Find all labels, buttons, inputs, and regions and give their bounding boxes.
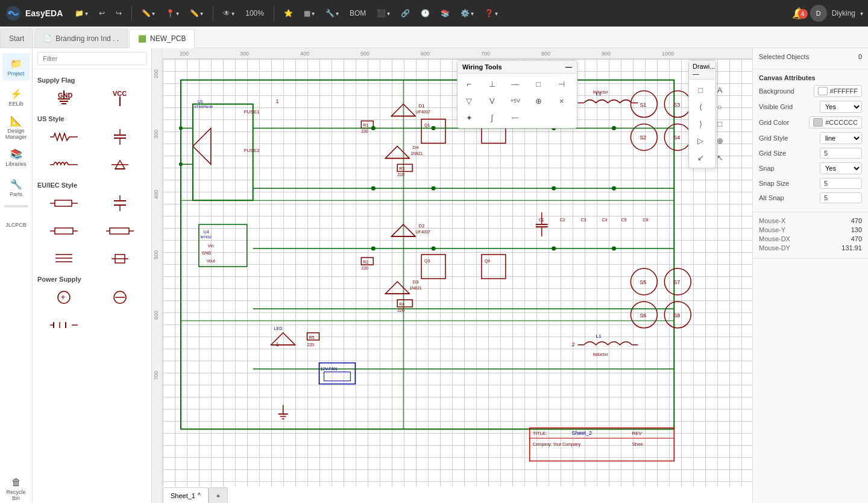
- ac-source-component[interactable]: [37, 313, 90, 337]
- zener-us[interactable]: [94, 153, 147, 177]
- tools-menu-btn[interactable]: 🔧 ▾: [322, 7, 342, 20]
- user-dropdown-arrow[interactable]: ▾: [860, 10, 863, 17]
- nav-item-libraries[interactable]: 📚 Libraries: [2, 144, 30, 171]
- inductor-eu[interactable]: [94, 219, 147, 243]
- sheet-tab-1[interactable]: Sheet_1 ^: [163, 487, 209, 503]
- nav-item-parts[interactable]: 🔧 Parts: [2, 174, 30, 201]
- dt-pin-btn[interactable]: ↖: [711, 150, 729, 165]
- bom-btn[interactable]: BOM: [346, 7, 370, 20]
- undo-btn[interactable]: ↩: [95, 7, 108, 20]
- canvas-area[interactable]: 200 300 400 500 600 700 800 900 1000 200…: [152, 48, 752, 503]
- grid-size-value[interactable]: 5: [820, 148, 862, 159]
- view-menu-btn[interactable]: 👁 ▾: [219, 7, 238, 20]
- gnd-component[interactable]: GND: [37, 86, 90, 110]
- diode-eu[interactable]: [94, 247, 147, 271]
- nav-item-project[interactable]: 📁 Project: [2, 53, 30, 81]
- visible-grid-select[interactable]: Yes No: [820, 101, 862, 113]
- background-value[interactable]: #FFFFFF: [814, 85, 862, 97]
- wt-delete-btn[interactable]: ×: [553, 93, 571, 109]
- dt-circle-btn[interactable]: ○: [711, 99, 729, 115]
- wt-netlabel-btn[interactable]: □: [529, 76, 547, 92]
- wiring-tools-header[interactable]: Wiring Tools —: [458, 61, 577, 74]
- dt-arrow-btn[interactable]: ▷: [691, 133, 709, 148]
- share-btn[interactable]: 🔗: [397, 7, 414, 20]
- sheet-tab-add[interactable]: +: [209, 487, 228, 503]
- recycle-icon: 🗑: [11, 477, 21, 488]
- zoom-menu-btn[interactable]: 100%: [242, 7, 268, 20]
- nav-item-eelib[interactable]: ⚡ EELib: [2, 83, 30, 111]
- wt-gnd-btn[interactable]: V: [483, 93, 501, 109]
- snap-select[interactable]: Yes No: [820, 162, 862, 174]
- wt-port-btn[interactable]: ⟝: [506, 110, 524, 125]
- wiring-tools-minimize[interactable]: —: [565, 63, 572, 71]
- grid-style-select[interactable]: line dot: [820, 132, 862, 144]
- file-menu-btn[interactable]: 📁 ▾: [71, 7, 92, 20]
- nav-item-recycle[interactable]: 🗑 Recycle Bin: [2, 475, 30, 503]
- dt-rect-btn[interactable]: □: [691, 82, 709, 98]
- place-menu-btn[interactable]: 📍 ▾: [162, 7, 183, 20]
- help-menu-btn[interactable]: ❓ ▾: [481, 7, 502, 20]
- wt-noconn-btn[interactable]: ∫: [483, 110, 501, 125]
- capacitor-eu[interactable]: [94, 191, 147, 215]
- svg-text:TITLE:: TITLE:: [533, 431, 547, 436]
- dt-image-btn[interactable]: □: [711, 116, 729, 131]
- wt-bus-btn[interactable]: ⊥: [483, 76, 501, 92]
- wt-vcc-btn[interactable]: ▽: [460, 93, 478, 109]
- svg-text:C6: C6: [643, 218, 648, 222]
- snap-size-value[interactable]: 5: [820, 178, 862, 189]
- layers-btn[interactable]: 📚: [437, 7, 453, 20]
- nav-item-jlcpcb[interactable]: JLCPCB: [2, 211, 30, 239]
- vcc-component[interactable]: VCC: [94, 86, 147, 110]
- sheet-tab-1-arrow[interactable]: ^: [198, 492, 201, 499]
- edit-menu-btn[interactable]: ✏️ ▾: [186, 7, 207, 20]
- export-btn[interactable]: ⬛ ▾: [373, 7, 394, 20]
- notification-wrap[interactable]: 🔔 4: [792, 7, 805, 20]
- capacitor-us[interactable]: [94, 125, 147, 149]
- tab-new-pcb[interactable]: 🟩 NEW_PCB: [129, 29, 195, 48]
- xfmr-eu[interactable]: [37, 247, 90, 271]
- svg-text:Vin: Vin: [208, 244, 214, 248]
- wt-power-btn[interactable]: ⊕: [529, 93, 547, 109]
- drawing-tools-header[interactable]: Drawi... —: [689, 61, 715, 80]
- svg-text:S4: S4: [673, 134, 680, 141]
- redo-btn[interactable]: ↪: [112, 7, 125, 20]
- snap-row: Snap Yes No: [759, 162, 862, 174]
- filter-input[interactable]: [37, 52, 146, 65]
- app-logo[interactable]: EasyEDA: [5, 5, 63, 22]
- history-btn[interactable]: 🕐: [417, 7, 433, 20]
- resistor-eu[interactable]: [37, 191, 90, 215]
- star-btn[interactable]: ⭐: [280, 7, 297, 20]
- dt-arc-btn[interactable]: ⟩: [691, 116, 709, 131]
- tab-branding[interactable]: 📄 Branding iron Ind . .: [34, 28, 128, 48]
- svg-text:1N821: 1N821: [409, 286, 422, 290]
- wt-vcc2-btn[interactable]: +5V: [506, 93, 524, 109]
- dt-hand-btn[interactable]: ↙: [691, 150, 709, 165]
- fuse-eu[interactable]: [37, 219, 90, 243]
- wt-wire-btn[interactable]: ⌐: [460, 76, 478, 92]
- svg-text:XT60PW-M: XT60PW-M: [194, 105, 213, 109]
- svg-text:2: 2: [572, 341, 575, 347]
- resistor-us-symbol: [49, 127, 79, 147]
- nav-item-design-manager[interactable]: 📐 Design Manager: [2, 113, 30, 141]
- grid-color-value[interactable]: #CCCCCC: [809, 116, 862, 128]
- battery-component[interactable]: +: [37, 285, 90, 309]
- wt-junction-btn[interactable]: —: [506, 76, 524, 92]
- dt-text-btn[interactable]: A: [711, 82, 729, 98]
- tab-start[interactable]: Start: [0, 28, 33, 48]
- alt-snap-value[interactable]: 5: [820, 192, 862, 203]
- dt-polygon-btn[interactable]: ⟨: [691, 99, 709, 115]
- dt-cross-btn[interactable]: ⊕: [711, 133, 729, 148]
- dc-source-component[interactable]: [94, 285, 147, 309]
- draw-menu-btn[interactable]: ✏️ ▾: [138, 7, 159, 20]
- wt-busentry-btn[interactable]: ⊣: [553, 76, 571, 92]
- svg-point-149: [552, 186, 556, 191]
- inductor-us[interactable]: [37, 153, 90, 177]
- grid-menu-btn[interactable]: ▦ ▾: [300, 7, 318, 20]
- svg-point-150: [612, 186, 616, 191]
- wt-probe-btn[interactable]: ✦: [460, 110, 478, 125]
- drawing-tools-minimize[interactable]: —: [693, 70, 699, 77]
- settings-menu-btn[interactable]: ⚙️ ▾: [457, 7, 477, 20]
- resistor-us[interactable]: [37, 125, 90, 149]
- svg-text:220: 220: [307, 343, 315, 347]
- avatar-button[interactable]: D: [810, 5, 827, 22]
